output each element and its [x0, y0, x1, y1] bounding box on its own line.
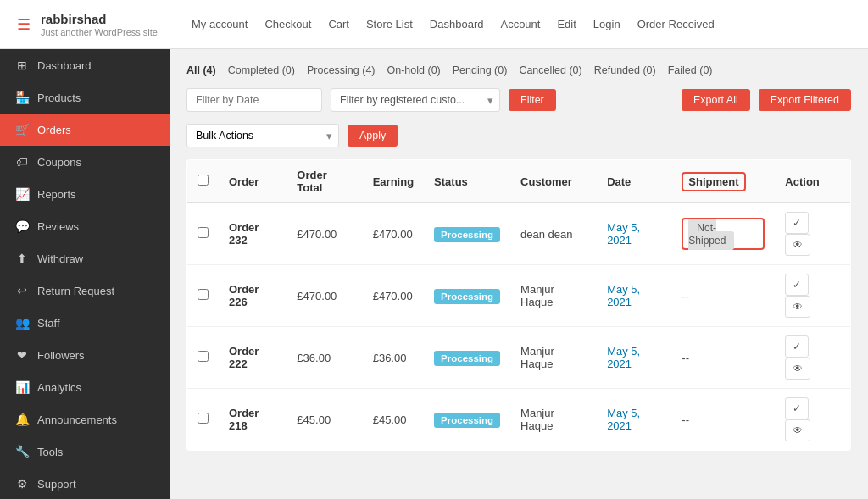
tab-completed[interactable]: Completed (0): [228, 64, 295, 76]
row-action: ✓ 👁: [775, 389, 850, 451]
nav-store-list[interactable]: Store List: [366, 18, 413, 30]
view-action-button[interactable]: 👁: [785, 296, 810, 318]
nav-account[interactable]: Account: [500, 18, 540, 30]
export-all-button[interactable]: Export All: [682, 89, 750, 111]
th-action: Action: [775, 160, 850, 203]
row-checkbox[interactable]: [198, 289, 209, 300]
row-status: Processing: [424, 327, 510, 389]
date-filter-input[interactable]: [186, 88, 322, 112]
table-row: Order 226 £470.00 £470.00 Processing Man…: [187, 265, 851, 327]
table-row: Order 218 £45.00 £45.00 Processing Manju…: [187, 389, 851, 451]
confirm-action-button[interactable]: ✓: [785, 397, 809, 419]
th-status: Status: [424, 160, 510, 203]
sidebar-item-tools[interactable]: 🔧 Tools: [0, 435, 170, 468]
nav-cart[interactable]: Cart: [328, 18, 349, 30]
sidebar-item-staff[interactable]: 👥 Staff: [0, 307, 170, 339]
dashboard-icon: ⊞: [15, 58, 29, 72]
logo-area: ☰ rabbirshad Just another WordPress site: [17, 12, 158, 37]
sidebar-item-label: Dashboard: [37, 59, 154, 72]
row-total: £470.00: [287, 203, 362, 265]
sidebar-item-products[interactable]: 🏪 Products: [0, 81, 170, 114]
tab-failed[interactable]: Failed (0): [668, 64, 713, 76]
support-icon: ⚙: [15, 477, 29, 491]
tab-refunded[interactable]: Refunded (0): [594, 64, 656, 76]
apply-button[interactable]: Apply: [348, 125, 398, 147]
orders-table: Order Order Total Earning Status Custome…: [186, 159, 851, 451]
row-date-link[interactable]: May 5, 2021: [607, 221, 640, 247]
row-order: Order 222: [219, 327, 287, 389]
sidebar-item-reviews[interactable]: 💬 Reviews: [0, 210, 170, 242]
analytics-icon: 📊: [15, 380, 29, 394]
select-all-checkbox[interactable]: [198, 175, 209, 186]
view-action-button[interactable]: 👁: [785, 419, 810, 441]
orders-icon: 🛒: [15, 123, 29, 136]
sidebar-item-support[interactable]: ⚙ Support: [0, 468, 170, 499]
row-order: Order 218: [219, 389, 287, 451]
confirm-action-button[interactable]: ✓: [785, 212, 809, 234]
row-status: Processing: [424, 265, 510, 327]
products-icon: 🏪: [15, 91, 29, 104]
sidebar-item-label: Return Request: [37, 285, 154, 297]
table-row: Order 232 £470.00 £470.00 Processing dea…: [187, 203, 851, 265]
row-date: May 5, 2021: [597, 327, 671, 389]
coupons-icon: 🏷: [15, 155, 29, 169]
row-customer: dean dean: [510, 203, 597, 265]
row-shipment: --: [671, 327, 775, 389]
nav-checkout[interactable]: Checkout: [264, 18, 311, 30]
nav-edit[interactable]: Edit: [557, 18, 576, 30]
table-header-row: Order Order Total Earning Status Custome…: [187, 160, 851, 203]
nav-dashboard[interactable]: Dashboard: [430, 18, 484, 30]
export-filtered-button[interactable]: Export Filtered: [759, 89, 851, 111]
sidebar-item-analytics[interactable]: 📊 Analytics: [0, 371, 170, 403]
hamburger-icon[interactable]: ☰: [17, 15, 31, 34]
row-earning: £470.00: [363, 265, 424, 327]
nav-my-account[interactable]: My account: [192, 18, 248, 30]
tools-icon: 🔧: [15, 445, 29, 458]
customer-filter-select[interactable]: Filter by registered custo...: [331, 88, 500, 112]
row-total: £45.00: [287, 389, 362, 451]
sidebar-item-dashboard[interactable]: ⊞ Dashboard: [0, 49, 170, 81]
table-row: Order 222 £36.00 £36.00 Processing Manju…: [187, 327, 851, 389]
row-date-link[interactable]: May 5, 2021: [607, 345, 640, 370]
row-date-link[interactable]: May 5, 2021: [607, 283, 640, 308]
th-customer: Customer: [510, 160, 597, 203]
row-customer: Manjur Haque: [510, 327, 597, 389]
sidebar-item-reports[interactable]: 📈 Reports: [0, 178, 170, 210]
confirm-action-button[interactable]: ✓: [785, 274, 809, 296]
th-shipment: Shipment: [671, 160, 775, 203]
row-checkbox-cell: [187, 203, 220, 265]
view-action-button[interactable]: 👁: [785, 234, 810, 256]
row-customer: Manjur Haque: [510, 389, 597, 451]
nav-order-received[interactable]: Order Received: [637, 18, 715, 30]
tab-cancelled[interactable]: Cancelled (0): [519, 64, 581, 76]
sidebar-item-withdraw[interactable]: ⬆ Withdraw: [0, 242, 170, 274]
not-shipped-badge[interactable]: Not-Shipped: [688, 219, 734, 250]
tab-pending[interactable]: Pending (0): [453, 64, 508, 76]
nav-login[interactable]: Login: [593, 18, 620, 30]
top-nav-links: My account Checkout Cart Store List Dash…: [192, 18, 715, 30]
th-earning: Earning: [363, 160, 424, 203]
tab-onhold[interactable]: On-hold (0): [387, 64, 441, 76]
sidebar-item-orders[interactable]: 🛒 Orders: [0, 114, 170, 146]
sidebar-item-label: Reports: [37, 188, 154, 201]
bulk-actions-select[interactable]: Bulk Actions: [186, 124, 339, 147]
row-checkbox[interactable]: [198, 351, 209, 362]
view-action-button[interactable]: 👁: [785, 358, 810, 380]
row-total: £36.00: [287, 327, 362, 389]
sidebar-item-announcements[interactable]: 🔔 Announcements: [0, 403, 170, 435]
tab-all[interactable]: All (4): [186, 64, 216, 76]
row-earning: £36.00: [363, 327, 424, 389]
tab-processing[interactable]: Processing (4): [307, 64, 376, 76]
row-checkbox[interactable]: [198, 413, 209, 424]
confirm-action-button[interactable]: ✓: [785, 335, 809, 358]
sidebar-item-label: Reviews: [37, 220, 154, 233]
row-date: May 5, 2021: [597, 389, 671, 451]
sidebar-item-return-request[interactable]: ↩ Return Request: [0, 274, 170, 307]
sidebar-item-coupons[interactable]: 🏷 Coupons: [0, 146, 170, 178]
row-checkbox[interactable]: [198, 227, 209, 238]
sidebar-item-label: Withdraw: [37, 252, 154, 265]
filter-button[interactable]: Filter: [509, 89, 556, 111]
sidebar-item-followers[interactable]: ❤ Followers: [0, 339, 170, 371]
row-date-link[interactable]: May 5, 2021: [607, 407, 640, 432]
row-shipment: Not-Shipped: [671, 203, 775, 265]
